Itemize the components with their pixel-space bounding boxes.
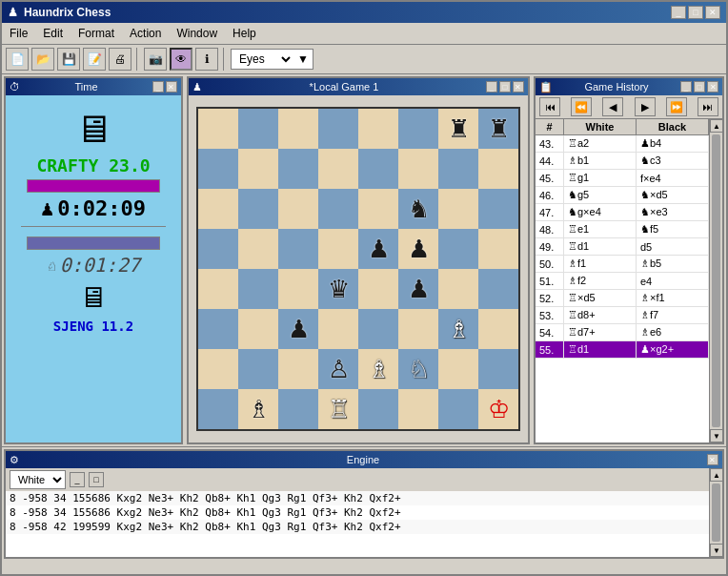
cell-4-6[interactable]: [438, 269, 478, 309]
cell-2-6[interactable]: [438, 189, 478, 229]
engine-scroll-thumb[interactable]: [712, 483, 720, 542]
history-row[interactable]: 45. ♖g1 f×e4: [536, 170, 709, 187]
time-panel-minimize[interactable]: _: [152, 81, 164, 93]
cell-5-2[interactable]: ♟: [278, 309, 318, 349]
cell-7-5[interactable]: [398, 389, 438, 429]
history-first[interactable]: ⏮: [539, 97, 560, 116]
history-row[interactable]: 48. ♖e1 ♞f5: [536, 221, 709, 238]
skin-selector[interactable]: Eyes Classic Modern ▼: [231, 49, 313, 70]
cell-3-2[interactable]: [278, 229, 318, 269]
cell-1-6[interactable]: [438, 149, 478, 189]
piece-7-1[interactable]: ♗: [248, 397, 270, 422]
cell-4-2[interactable]: [278, 269, 318, 309]
cell-2-0[interactable]: [198, 189, 238, 229]
cell-1-4[interactable]: [358, 149, 398, 189]
cell-5-7[interactable]: [478, 309, 518, 349]
skin-select[interactable]: Eyes Classic Modern: [235, 51, 293, 67]
board-panel-minimize[interactable]: _: [486, 81, 497, 93]
cell-6-5[interactable]: ♘: [398, 349, 438, 389]
cell-6-4[interactable]: ♗: [358, 349, 398, 389]
piece-6-3[interactable]: ♙: [328, 357, 350, 381]
board-panel-maximize[interactable]: □: [499, 81, 511, 93]
history-row[interactable]: 55. ♖d1 ♟×g2+: [536, 341, 709, 359]
cell-7-0[interactable]: [198, 389, 238, 429]
piece-2-5[interactable]: ♞: [408, 196, 430, 221]
engine-ctrl-1[interactable]: _: [70, 472, 85, 487]
cell-6-1[interactable]: [238, 349, 278, 389]
cell-4-7[interactable]: [478, 269, 518, 309]
history-next[interactable]: ▶: [635, 97, 656, 116]
piece-7-7[interactable]: ♔: [488, 397, 510, 422]
cell-3-6[interactable]: [438, 229, 478, 269]
cell-6-6[interactable]: [438, 349, 478, 389]
cell-1-7[interactable]: [478, 149, 518, 189]
cell-3-5[interactable]: ♟: [398, 229, 438, 269]
cell-3-7[interactable]: [478, 229, 518, 269]
cell-3-1[interactable]: [238, 229, 278, 269]
history-row[interactable]: 54. ♖d7+ ♗e6: [536, 324, 709, 341]
menu-window[interactable]: Window: [169, 25, 225, 42]
cell-7-2[interactable]: [278, 389, 318, 429]
cell-1-3[interactable]: [318, 149, 358, 189]
history-minimize[interactable]: _: [680, 81, 692, 93]
piece-5-6[interactable]: ♗: [448, 317, 470, 341]
history-row[interactable]: 50. ♗f1 ♗b5: [536, 256, 709, 273]
cell-4-3[interactable]: ♛: [318, 269, 358, 309]
cell-5-5[interactable]: [398, 309, 438, 349]
scroll-thumb[interactable]: [712, 134, 720, 427]
piece-0-7[interactable]: ♜: [488, 116, 510, 141]
menu-help[interactable]: Help: [225, 25, 264, 42]
scroll-down[interactable]: ▼: [710, 429, 722, 442]
cell-5-6[interactable]: ♗: [438, 309, 478, 349]
piece-6-4[interactable]: ♗: [368, 357, 390, 381]
time-panel-close[interactable]: ✕: [166, 81, 177, 93]
history-row[interactable]: 49. ♖d1 d5: [536, 238, 709, 256]
cell-0-6[interactable]: ♜: [438, 109, 478, 149]
cell-2-5[interactable]: ♞: [398, 189, 438, 229]
history-row[interactable]: 51. ♗f2 e4: [536, 273, 709, 290]
cell-7-4[interactable]: [358, 389, 398, 429]
cell-0-1[interactable]: [238, 109, 278, 149]
chess-board[interactable]: ♜♜♞♟♟♛♟♟♗♙♗♘♗♖♔: [196, 107, 520, 431]
menu-file[interactable]: File: [2, 25, 35, 42]
cell-5-4[interactable]: [358, 309, 398, 349]
print-button[interactable]: 🖨: [109, 48, 131, 71]
piece-4-5[interactable]: ♟: [408, 277, 430, 301]
history-scrollbar[interactable]: ▲ ▼: [709, 119, 722, 442]
menu-format[interactable]: Format: [71, 25, 122, 42]
cell-4-0[interactable]: [198, 269, 238, 309]
cell-3-4[interactable]: ♟: [358, 229, 398, 269]
cell-0-7[interactable]: ♜: [478, 109, 518, 149]
scroll-up[interactable]: ▲: [710, 119, 722, 133]
close-button[interactable]: ✕: [705, 6, 720, 19]
piece-4-3[interactable]: ♛: [328, 277, 350, 301]
cell-0-2[interactable]: [278, 109, 318, 149]
cell-0-0[interactable]: [198, 109, 238, 149]
cell-5-3[interactable]: [318, 309, 358, 349]
history-row[interactable]: 47. ♞g×e4 ♞×e3: [536, 204, 709, 221]
cell-4-4[interactable]: [358, 269, 398, 309]
cell-1-5[interactable]: [398, 149, 438, 189]
history-row[interactable]: 44. ♗b1 ♞c3: [536, 153, 709, 170]
new-button[interactable]: 📄: [6, 48, 29, 71]
history-prev-fast[interactable]: ⏪: [571, 97, 592, 116]
engine-scroll-up[interactable]: ▲: [710, 468, 722, 482]
engine-ctrl-2[interactable]: □: [89, 472, 104, 487]
edit-button[interactable]: 📝: [83, 48, 106, 71]
menu-edit[interactable]: Edit: [35, 25, 71, 42]
board-panel-close[interactable]: ✕: [513, 81, 524, 93]
cell-6-7[interactable]: [478, 349, 518, 389]
history-row[interactable]: 53. ♖d8+ ♗f7: [536, 307, 709, 324]
cell-6-0[interactable]: [198, 349, 238, 389]
cell-0-4[interactable]: [358, 109, 398, 149]
cell-6-3[interactable]: ♙: [318, 349, 358, 389]
save-button[interactable]: 💾: [57, 48, 80, 71]
cell-3-0[interactable]: [198, 229, 238, 269]
engine-scroll-down[interactable]: ▼: [710, 544, 722, 557]
menu-action[interactable]: Action: [122, 25, 169, 42]
minimize-button[interactable]: _: [671, 6, 686, 19]
cell-7-7[interactable]: ♔: [478, 389, 518, 429]
cell-7-6[interactable]: [438, 389, 478, 429]
cell-2-7[interactable]: [478, 189, 518, 229]
history-row[interactable]: 43. ♖a2 ♟b4: [536, 135, 709, 153]
